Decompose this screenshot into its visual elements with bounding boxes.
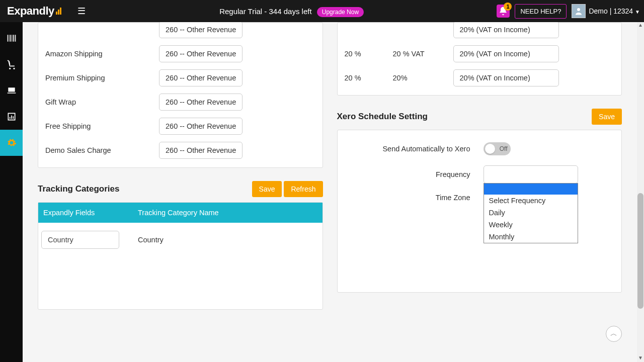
revenue-row: Demo Sales Charge260 -- Other Revenue: [38, 138, 323, 162]
vat-mapping-card: 20% (VAT on Income)20 %20 % VAT20% (VAT …: [337, 22, 622, 96]
revenue-mapping-card: 260 -- Other RevenueAmazon Shipping260 -…: [38, 22, 323, 168]
nav-reports[interactable]: [0, 104, 23, 130]
tracking-title-row: Tracking Categories Save Refresh: [38, 181, 323, 197]
vat-select[interactable]: 20% (VAT on Income): [453, 22, 559, 38]
revenue-row-label: Amazon Shipping: [43, 50, 159, 58]
chevron-up-icon: ︿: [610, 329, 617, 338]
tracking-head-fields: Expandly Fields: [38, 203, 133, 223]
vat-rate: 20 %: [343, 50, 393, 58]
menu-toggle-icon[interactable]: ☰: [71, 6, 92, 17]
logo-bars-icon: [55, 5, 61, 18]
revenue-select[interactable]: 260 -- Other Revenue: [159, 94, 243, 111]
tracking-row: Country: [38, 231, 323, 249]
chart-icon: [7, 112, 17, 122]
vat-row: 20% (VAT on Income): [338, 22, 622, 42]
tracking-head-category: Tracking Category Name: [133, 203, 224, 223]
laptop-icon: [7, 85, 17, 96]
timezone-label: Time Zone: [338, 194, 484, 202]
chevron-down-icon: ▼: [635, 9, 640, 15]
barcode-icon: [7, 33, 17, 43]
frequency-option[interactable]: Daily: [484, 207, 578, 219]
tracking-save-button[interactable]: Save: [252, 181, 282, 197]
revenue-row: Premium Shipping260 -- Other Revenue: [38, 66, 323, 90]
notif-badge: 1: [504, 3, 512, 11]
brand-logo: Expandly: [0, 5, 71, 18]
revenue-row-label: Demo Sales Charge: [43, 146, 159, 154]
revenue-row-label: Premium Shipping: [43, 74, 159, 82]
revenue-select[interactable]: 260 -- Other Revenue: [159, 45, 243, 62]
vat-label: 20%: [393, 74, 453, 82]
tracking-field-input[interactable]: [41, 231, 119, 249]
left-sidebar: [0, 22, 23, 362]
vat-select[interactable]: 20% (VAT on Income): [453, 45, 559, 62]
vat-row: 20 %20%20% (VAT on Income): [338, 66, 622, 90]
revenue-row-label: Gift Wrap: [43, 98, 159, 106]
schedule-title-row: Xero Schedule Setting Save: [337, 109, 622, 125]
main-content: 260 -- Other RevenueAmazon Shipping260 -…: [23, 22, 637, 362]
schedule-save-button[interactable]: Save: [592, 109, 622, 125]
cart-icon: [7, 59, 17, 69]
nav-settings[interactable]: [0, 130, 23, 156]
avatar[interactable]: [572, 4, 586, 18]
vat-rate: 20 %: [343, 74, 393, 82]
help-button[interactable]: NEED HELP?: [515, 4, 567, 19]
revenue-row: Amazon Shipping260 -- Other Revenue: [38, 42, 323, 66]
revenue-select[interactable]: 260 -- Other Revenue: [159, 69, 243, 86]
vat-row: 20 %20 % VAT20% (VAT on Income): [338, 42, 622, 66]
trial-status: Regular Trial - 344 days left Upgrade No…: [92, 7, 492, 16]
vat-select[interactable]: 20% (VAT on Income): [453, 69, 559, 86]
nav-listings[interactable]: [0, 77, 23, 104]
frequency-label: Frequency: [338, 170, 484, 178]
top-bar: Expandly ☰ Regular Trial - 344 days left…: [0, 0, 644, 22]
revenue-select[interactable]: 260 -- Other Revenue: [159, 22, 243, 38]
tracking-title: Tracking Categories: [38, 184, 120, 194]
revenue-select[interactable]: 260 -- Other Revenue: [159, 142, 243, 159]
vertical-scrollbar[interactable]: ▲ ▼: [637, 22, 644, 362]
vat-label: 20 % VAT: [393, 50, 453, 58]
user-menu[interactable]: Demo | 12324▼: [589, 7, 640, 15]
tracking-category-value: Country: [133, 236, 169, 244]
revenue-select[interactable]: 260 -- Other Revenue: [159, 118, 243, 135]
tracking-header: Expandly Fields Tracking Category Name: [38, 203, 323, 223]
tracking-refresh-button[interactable]: Refresh: [284, 181, 323, 197]
revenue-row-label: Free Shipping: [43, 122, 159, 130]
nav-inventory[interactable]: [0, 25, 23, 51]
scroll-up-icon[interactable]: ▲: [637, 22, 644, 29]
frequency-select[interactable]: [484, 165, 578, 184]
frequency-option[interactable]: Weekly: [484, 219, 578, 231]
auto-send-label: Send Automatically to Xero: [338, 145, 484, 153]
notification-button[interactable]: 1: [497, 5, 510, 18]
schedule-card: Send Automatically to Xero Off Frequency…: [337, 130, 622, 293]
auto-send-toggle[interactable]: Off: [484, 142, 511, 155]
gear-icon: [7, 138, 17, 148]
revenue-row: Free Shipping260 -- Other Revenue: [38, 114, 323, 138]
tracking-card: Expandly Fields Tracking Category Name C…: [38, 202, 323, 310]
schedule-title: Xero Schedule Setting: [337, 112, 428, 122]
upgrade-button[interactable]: Upgrade Now: [317, 7, 364, 17]
revenue-row: 260 -- Other Revenue: [38, 22, 323, 42]
frequency-option[interactable]: [484, 184, 578, 195]
frequency-option[interactable]: Select Frequency: [484, 195, 578, 207]
scroll-down-icon[interactable]: ▼: [637, 355, 644, 362]
frequency-option[interactable]: Monthly: [484, 231, 578, 243]
scroll-thumb[interactable]: [637, 193, 643, 309]
revenue-row: Gift Wrap260 -- Other Revenue: [38, 90, 323, 114]
frequency-dropdown: Select FrequencyDailyWeeklyMonthly: [484, 183, 578, 243]
nav-orders[interactable]: [0, 51, 23, 77]
back-to-top-button[interactable]: ︿: [606, 326, 622, 342]
